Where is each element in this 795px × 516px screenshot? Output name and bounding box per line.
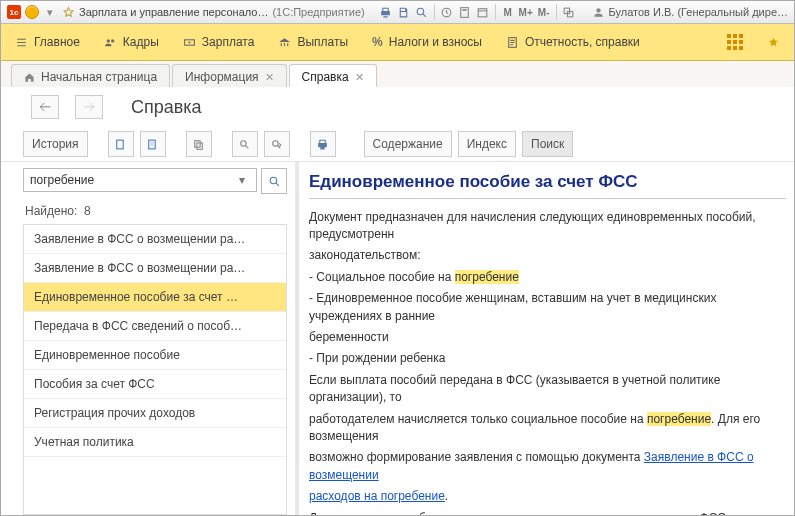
svg-point-11: [111, 39, 114, 42]
list-item[interactable]: Заявление в ФСС о возмещении ра…: [24, 225, 286, 254]
tab-start-page[interactable]: Начальная страница: [11, 64, 170, 89]
search-button[interactable]: [261, 168, 287, 194]
memory-mminus[interactable]: M-: [536, 4, 552, 20]
back-button[interactable]: 🡠: [31, 95, 59, 119]
nav-main[interactable]: Главное: [15, 35, 80, 49]
search-global-icon[interactable]: [414, 4, 430, 20]
tab-label: Начальная страница: [41, 70, 157, 84]
current-user[interactable]: Булатов И.В. (Генеральный дире…: [592, 6, 788, 19]
content-tab-button[interactable]: Содержание: [364, 131, 452, 157]
nav-label: Главное: [34, 35, 80, 49]
close-icon[interactable]: ✕: [265, 71, 274, 84]
article-text: Два денежных пособия в этом случае начис…: [309, 510, 786, 516]
svg-line-20: [246, 145, 249, 148]
search-pane: погребение ▾ Найдено: 8 Заявление в ФСС …: [1, 162, 299, 515]
people-icon: [104, 36, 117, 49]
mdi-tabs: Начальная страница Информация ✕ Справка …: [1, 61, 794, 90]
svg-point-0: [417, 8, 424, 15]
tab-label: Информация: [185, 70, 258, 84]
article-text: - Единовременное пособие женщинам, встав…: [309, 290, 786, 325]
nav-label: Выплаты: [297, 35, 348, 49]
nav-otchet[interactable]: Отчетность, справки: [506, 35, 640, 49]
search-input[interactable]: погребение ▾: [23, 168, 257, 192]
forward-button: 🡢: [75, 95, 103, 119]
dropdown-icon[interactable]: ▾: [234, 173, 250, 187]
tab-label: Справка: [302, 70, 349, 84]
svg-rect-3: [461, 7, 469, 17]
svg-point-9: [596, 8, 600, 12]
nav-zarplata[interactable]: Зарплата: [183, 35, 255, 49]
clock-icon[interactable]: [439, 4, 455, 20]
caret-down-icon[interactable]: ▾: [43, 5, 57, 19]
memory-mplus[interactable]: M+: [518, 4, 534, 20]
list-item[interactable]: Единовременное пособие за счет …: [24, 283, 286, 312]
svg-point-22: [270, 177, 277, 184]
home-icon: [24, 72, 35, 83]
list-item[interactable]: Регистрация прочих доходов: [24, 399, 286, 428]
svg-rect-4: [463, 9, 467, 11]
user-label: Булатов И.В. (Генеральный дире…: [609, 6, 788, 18]
print-button[interactable]: [310, 131, 336, 157]
article-text: Если выплата пособий передана в ФСС (ука…: [309, 372, 786, 407]
app-title: Зарплата и управление персонало…: [79, 6, 268, 18]
close-icon[interactable]: ✕: [355, 71, 364, 84]
all-sections-icon[interactable]: [727, 34, 743, 50]
svg-point-13: [188, 41, 190, 43]
nav-nalogi[interactable]: % Налоги и взносы: [372, 35, 482, 49]
list-item[interactable]: Передача в ФСС сведений о пособ…: [24, 312, 286, 341]
window-titlebar: 1c ▾ Зарплата и управление персонало… (1…: [1, 1, 794, 24]
article-text: - При рождении ребенка: [309, 350, 786, 367]
tb-find-icon[interactable]: [232, 131, 258, 157]
bank-icon: [278, 36, 291, 49]
search-results-list: Заявление в ФСС о возмещении ра… Заявлен…: [23, 224, 287, 515]
search-input-value: погребение: [30, 173, 234, 187]
search-tab-button[interactable]: Поиск: [522, 131, 573, 157]
list-item[interactable]: Учетная политика: [24, 428, 286, 457]
nav-label: Отчетность, справки: [525, 35, 640, 49]
article-pane: Единовременное пособие за счет ФСС Докум…: [299, 162, 794, 515]
list-item[interactable]: Единовременное пособие: [24, 341, 286, 370]
list-item[interactable]: Пособия за счет ФСС: [24, 370, 286, 399]
page-nav-row: 🡠 🡢 Справка: [1, 87, 794, 127]
nav-kadry[interactable]: Кадры: [104, 35, 159, 49]
tab-help[interactable]: Справка ✕: [289, 64, 377, 89]
svg-rect-5: [478, 8, 487, 16]
windows-icon[interactable]: [561, 4, 577, 20]
tb-findnext-icon[interactable]: [264, 131, 290, 157]
svg-point-19: [241, 140, 246, 145]
index-tab-button[interactable]: Индекс: [458, 131, 516, 157]
calc-icon[interactable]: [457, 4, 473, 20]
app-logo-icon: 1c: [7, 5, 21, 19]
print-icon[interactable]: [378, 4, 394, 20]
article-text: возможно формирование заявления с помощь…: [309, 449, 786, 484]
tb-doc-icon[interactable]: [108, 131, 134, 157]
history-button[interactable]: История: [23, 131, 88, 157]
article-title: Единовременное пособие за счет ФСС: [309, 170, 786, 199]
article-text: - Социальное пособие на погребение: [309, 269, 786, 286]
tb-doc2-icon[interactable]: [140, 131, 166, 157]
article-text: беременности: [309, 329, 786, 346]
percent-icon: %: [372, 35, 383, 49]
money-icon: [183, 36, 196, 49]
nav-vyplaty[interactable]: Выплаты: [278, 35, 348, 49]
link-fss-rashody[interactable]: расходов на погребение: [309, 489, 445, 503]
star-fav-icon[interactable]: [767, 36, 780, 49]
article-text: расходов на погребение.: [309, 488, 786, 505]
config-note: (1С:Предприятие): [272, 6, 364, 18]
nav-label: Налоги и взносы: [389, 35, 482, 49]
list-item[interactable]: Заявление в ФСС о возмещении ра…: [24, 254, 286, 283]
svg-line-23: [276, 183, 279, 186]
star-icon[interactable]: [61, 5, 75, 19]
save-icon[interactable]: [396, 4, 412, 20]
tb-copy-icon[interactable]: [186, 131, 212, 157]
nav-label: Кадры: [123, 35, 159, 49]
found-summary: Найдено: 8: [25, 204, 287, 218]
article-text: работодателем начисляется только социаль…: [309, 411, 786, 446]
tab-info[interactable]: Информация ✕: [172, 64, 286, 89]
dropdown-icon[interactable]: [25, 5, 39, 19]
memory-m[interactable]: M: [500, 4, 516, 20]
nav-label: Зарплата: [202, 35, 255, 49]
page-title: Справка: [131, 97, 202, 118]
help-toolbar: История Содержание Индекс Поиск: [1, 127, 794, 162]
calendar-icon[interactable]: [475, 4, 491, 20]
